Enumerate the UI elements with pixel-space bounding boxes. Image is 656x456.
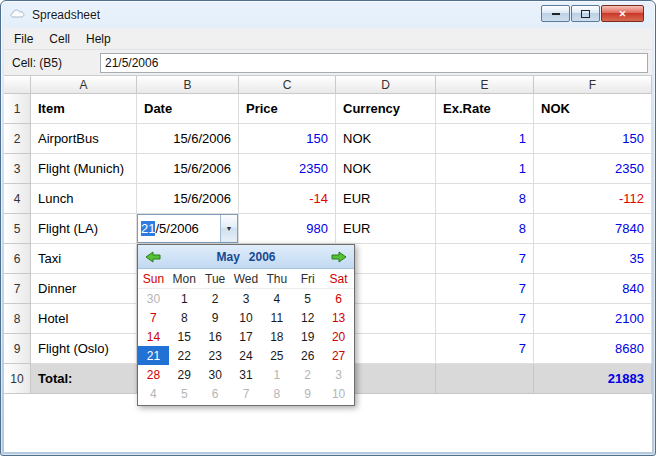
calendar-day[interactable]: 23: [200, 346, 231, 365]
calendar-day[interactable]: 9: [292, 384, 323, 403]
row-header[interactable]: 2: [4, 124, 31, 154]
currency-cell[interactable]: Currency: [336, 94, 436, 124]
price-cell[interactable]: 2350: [239, 154, 336, 184]
nok-cell[interactable]: 840: [534, 274, 652, 304]
date-cell[interactable]: 15/6/2006: [137, 184, 239, 214]
calendar-day[interactable]: 26: [292, 346, 323, 365]
row-header[interactable]: 4: [4, 184, 31, 214]
date-cell[interactable]: Date: [137, 94, 239, 124]
calendar-day[interactable]: 25: [261, 346, 292, 365]
row-header[interactable]: 6: [4, 244, 31, 274]
calendar-day[interactable]: 30: [138, 289, 169, 308]
item-cell[interactable]: Flight (Oslo): [31, 334, 137, 364]
calendar-day[interactable]: 14: [138, 327, 169, 346]
calendar-day[interactable]: 6: [200, 384, 231, 403]
calendar-day[interactable]: 5: [292, 289, 323, 308]
calendar-day[interactable]: 8: [169, 308, 200, 327]
item-cell[interactable]: Hotel: [31, 304, 137, 334]
currency-cell[interactable]: EUR: [336, 184, 436, 214]
column-header-f[interactable]: F: [534, 76, 652, 94]
year-label[interactable]: 2006: [249, 250, 276, 264]
month-label[interactable]: May: [216, 250, 239, 264]
calendar-day[interactable]: 17: [231, 327, 262, 346]
row-header[interactable]: 10: [4, 364, 31, 394]
nok-cell[interactable]: 2100: [534, 304, 652, 334]
nok-cell[interactable]: NOK: [534, 94, 652, 124]
currency-cell[interactable]: NOK: [336, 154, 436, 184]
close-button[interactable]: ✕: [601, 5, 644, 22]
calendar-day[interactable]: 27: [323, 346, 354, 365]
calendar-day[interactable]: 12: [292, 308, 323, 327]
calendar-day[interactable]: 2: [292, 365, 323, 384]
minimize-button[interactable]: [541, 5, 570, 22]
calendar-day[interactable]: 7: [231, 384, 262, 403]
column-header-c[interactable]: C: [239, 76, 336, 94]
item-cell[interactable]: AirportBus: [31, 124, 137, 154]
row-header[interactable]: 8: [4, 304, 31, 334]
item-cell[interactable]: Total:: [31, 364, 137, 394]
date-cell[interactable]: 15/6/2006: [137, 124, 239, 154]
exrate-cell[interactable]: 7: [436, 334, 534, 364]
app-icon[interactable]: [10, 7, 26, 23]
row-header[interactable]: 5: [4, 214, 31, 244]
calendar-day[interactable]: 3: [323, 365, 354, 384]
currency-cell[interactable]: NOK: [336, 124, 436, 154]
row-header[interactable]: 3: [4, 154, 31, 184]
calendar-day[interactable]: 24: [231, 346, 262, 365]
item-cell[interactable]: Flight (LA): [31, 214, 137, 244]
calendar-day[interactable]: 6: [323, 289, 354, 308]
calendar-day[interactable]: 29: [169, 365, 200, 384]
calendar-day[interactable]: 16: [200, 327, 231, 346]
calendar-day-selected[interactable]: 21: [138, 346, 169, 365]
calendar-day[interactable]: 11: [261, 308, 292, 327]
calendar-day[interactable]: 3: [231, 289, 262, 308]
column-header-e[interactable]: E: [436, 76, 534, 94]
date-editor-text[interactable]: 21/5/2006: [138, 215, 220, 242]
calendar-day[interactable]: 30: [200, 365, 231, 384]
column-header-b[interactable]: B: [137, 76, 239, 94]
item-cell[interactable]: Dinner: [31, 274, 137, 304]
calendar-day[interactable]: 1: [261, 365, 292, 384]
calendar-day[interactable]: 19: [292, 327, 323, 346]
nok-cell[interactable]: 7840: [534, 214, 652, 244]
row-header[interactable]: 1: [4, 94, 31, 124]
calendar-day[interactable]: 15: [169, 327, 200, 346]
calendar-day[interactable]: 4: [138, 384, 169, 403]
nok-cell[interactable]: 35: [534, 244, 652, 274]
price-cell[interactable]: 980: [239, 214, 336, 244]
menu-file[interactable]: File: [6, 29, 41, 49]
price-cell[interactable]: 150: [239, 124, 336, 154]
menu-help[interactable]: Help: [78, 29, 119, 49]
calendar-day[interactable]: 18: [261, 327, 292, 346]
nok-cell[interactable]: 2350: [534, 154, 652, 184]
calendar-day[interactable]: 10: [323, 384, 354, 403]
calendar-day[interactable]: 4: [261, 289, 292, 308]
exrate-cell[interactable]: [436, 364, 534, 394]
column-header-a[interactable]: A: [31, 76, 137, 94]
maximize-button[interactable]: [571, 5, 600, 22]
next-month-button[interactable]: [329, 250, 349, 264]
exrate-cell[interactable]: 7: [436, 274, 534, 304]
exrate-cell[interactable]: 7: [436, 244, 534, 274]
calendar-day[interactable]: 13: [323, 308, 354, 327]
price-cell[interactable]: Price: [239, 94, 336, 124]
row-header[interactable]: 9: [4, 334, 31, 364]
select-all-corner[interactable]: [4, 76, 31, 94]
calendar-day[interactable]: 28: [138, 365, 169, 384]
price-cell[interactable]: -14: [239, 184, 336, 214]
nok-cell[interactable]: 8680: [534, 334, 652, 364]
currency-cell[interactable]: EUR: [336, 214, 436, 244]
cell-value-input[interactable]: [100, 53, 648, 73]
nok-cell[interactable]: 150: [534, 124, 652, 154]
exrate-cell[interactable]: 1: [436, 154, 534, 184]
calendar-day[interactable]: 9: [200, 308, 231, 327]
menu-cell[interactable]: Cell: [41, 29, 78, 49]
date-editor[interactable]: 21/5/2006 ▼: [137, 214, 238, 243]
item-cell[interactable]: Flight (Munich): [31, 154, 137, 184]
nok-cell[interactable]: -112: [534, 184, 652, 214]
date-cell[interactable]: 15/6/2006: [137, 154, 239, 184]
exrate-cell[interactable]: 8: [436, 214, 534, 244]
calendar-day[interactable]: 8: [261, 384, 292, 403]
calendar-day[interactable]: 22: [169, 346, 200, 365]
calendar-day[interactable]: 31: [231, 365, 262, 384]
